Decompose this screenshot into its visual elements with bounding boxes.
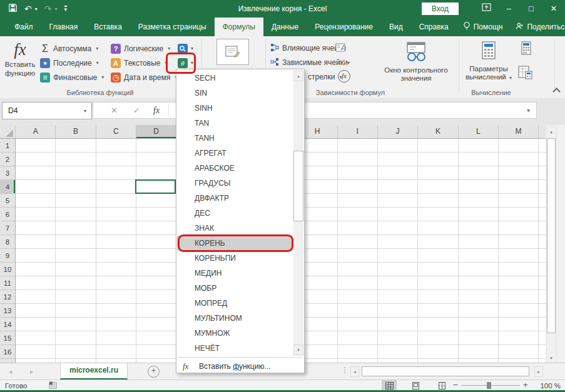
minimize-button[interactable]: – <box>497 0 520 18</box>
calculation-options-button[interactable]: Параметры вычислений ▾ <box>463 39 514 89</box>
sheet-next-icon[interactable]: ▸ <box>30 363 34 379</box>
vertical-scrollbar[interactable]: ▴ ▾ <box>546 126 556 364</box>
redo-button[interactable]: ↷ <box>44 4 52 14</box>
menu-scroll-down-icon[interactable]: ▾ <box>293 344 303 355</box>
ribbon-display-options-icon[interactable] <box>475 0 497 18</box>
row-header[interactable]: 13 <box>0 304 15 318</box>
new-sheet-icon[interactable]: + <box>148 366 160 378</box>
menu-scroll-up-icon[interactable]: ▴ <box>293 71 303 81</box>
tab-share[interactable]: Поделиться <box>509 18 565 36</box>
row-header[interactable]: 5 <box>0 194 15 208</box>
insert-function-menu-item[interactable]: fx Вставить функцию... <box>176 359 304 374</box>
horizontal-scrollbar[interactable] <box>360 366 533 377</box>
calculate-sheet-button[interactable] <box>518 65 533 82</box>
redo-caret-icon[interactable]: ▾ <box>54 6 57 12</box>
menu-item[interactable]: МОБР <box>177 281 293 296</box>
evaluate-formula-button[interactable]: fx <box>338 70 350 83</box>
menu-item[interactable]: ДВФАКТР <box>177 191 293 206</box>
sheet-prev-icon[interactable]: ◂ <box>9 363 13 379</box>
maximize-button[interactable]: □ <box>520 0 542 18</box>
ribbon-tab[interactable]: Данные <box>263 18 307 36</box>
watch-window-button[interactable]: Окно контрольного значения <box>376 39 456 89</box>
financial-functions-button[interactable]: ≡ Финансовые ▾ <box>40 70 104 84</box>
menu-scrollbar[interactable]: ▴ ▾ <box>293 71 303 356</box>
tabstrip-splitter[interactable]: ⋮ <box>341 366 349 374</box>
ribbon-tab[interactable]: Справка <box>411 18 457 36</box>
expand-formula-bar-icon[interactable]: ▾ <box>527 103 530 118</box>
ribbon-tab[interactable]: Главная <box>41 18 86 36</box>
menu-item[interactable]: SIN <box>177 86 293 101</box>
zoom-level[interactable]: 100 % <box>531 381 561 391</box>
view-normal-button[interactable] <box>382 380 397 391</box>
insert-function-button[interactable]: fx Вставить функцию <box>2 39 38 89</box>
view-page-layout-button[interactable] <box>408 380 423 391</box>
row-header[interactable]: 14 <box>0 318 15 331</box>
scroll-right-icon[interactable]: ▸ <box>534 366 543 377</box>
row-header[interactable]: 15 <box>0 331 15 345</box>
macro-record-icon[interactable] <box>49 381 57 390</box>
customize-qat-icon[interactable]: ▾ <box>64 6 68 12</box>
zoom-out-icon[interactable]: − <box>453 380 458 390</box>
column-header[interactable]: K <box>418 125 458 138</box>
menu-item[interactable]: КОРЕНЬ <box>177 236 293 251</box>
row-header[interactable]: 16 <box>0 345 15 359</box>
menu-item[interactable]: МОПРЕД <box>177 296 293 311</box>
insert-function-icon[interactable]: fx <box>153 103 160 118</box>
scroll-left-icon[interactable]: ◂ <box>350 366 359 377</box>
select-all-corner[interactable] <box>0 125 16 138</box>
row-header[interactable]: 4 <box>0 180 15 194</box>
save-icon[interactable] <box>8 3 18 15</box>
collapse-ribbon-button[interactable] <box>553 88 559 93</box>
scroll-down-icon[interactable]: ▾ <box>547 353 556 363</box>
menu-item[interactable]: ДЕС <box>177 206 293 221</box>
row-header[interactable]: 8 <box>0 235 15 249</box>
row-header[interactable]: 7 <box>0 221 15 235</box>
vertical-scrollbar-thumb[interactable] <box>547 138 556 333</box>
column-header[interactable]: J <box>378 125 418 138</box>
ribbon-tab[interactable]: Рецензирование <box>307 18 381 36</box>
row-header[interactable]: 3 <box>0 166 15 180</box>
menu-item[interactable]: НЕЧЁТ <box>177 341 293 356</box>
sign-in-button[interactable]: Вход <box>422 3 459 15</box>
error-checking-button[interactable]: ✓ ! ▾ <box>336 56 350 69</box>
menu-item[interactable]: МУМНОЖ <box>177 326 293 341</box>
menu-item[interactable]: TANH <box>177 131 293 146</box>
menu-item[interactable]: SECH <box>177 71 293 86</box>
row-header[interactable]: 12 <box>0 290 15 304</box>
sheet-tab[interactable]: microexcel.ru <box>60 363 128 379</box>
ribbon-tab[interactable]: Вид <box>381 18 411 36</box>
ribbon-tab[interactable]: Файл <box>6 18 41 36</box>
menu-scrollbar-thumb[interactable] <box>293 151 303 221</box>
ribbon-tab[interactable]: Формулы <box>215 18 263 36</box>
row-header[interactable]: 9 <box>0 249 15 263</box>
menu-item[interactable]: АРАБСКОЕ <box>177 161 293 176</box>
cancel-icon[interactable]: ✕ <box>111 103 118 118</box>
row-header[interactable]: 11 <box>0 276 15 290</box>
menu-item[interactable]: КОРЕНЬПИ <box>177 251 293 266</box>
zoom-slider-thumb[interactable] <box>487 382 491 389</box>
row-header[interactable]: 6 <box>0 208 15 221</box>
row-header[interactable]: 1 <box>0 139 15 153</box>
show-formulas-button[interactable] <box>335 42 346 54</box>
horizontal-scrollbar-thumb[interactable] <box>362 366 529 376</box>
menu-item[interactable]: ГРАДУСЫ <box>177 176 293 191</box>
row-header[interactable]: 2 <box>0 153 15 166</box>
menu-item[interactable]: МЕДИН <box>177 266 293 281</box>
remove-arrows-button[interactable]: стрелки ▾ <box>308 71 342 83</box>
tab-assistant[interactable]: Помощн <box>457 18 509 36</box>
column-header[interactable]: D <box>136 125 176 138</box>
column-header[interactable]: B <box>56 125 96 138</box>
ribbon-tab[interactable]: Разметка страницы <box>130 18 215 36</box>
view-page-break-button[interactable] <box>434 380 449 391</box>
menu-item[interactable]: TAN <box>177 116 293 131</box>
undo-caret-icon[interactable]: ▾ <box>35 6 38 12</box>
formula-bar[interactable]: ✕ ✓ fx ▾ <box>93 102 537 119</box>
undo-button[interactable]: ↶ <box>24 4 32 14</box>
selected-cell-d4[interactable] <box>135 179 176 194</box>
scroll-up-icon[interactable]: ▴ <box>547 127 556 137</box>
enter-icon[interactable]: ✓ <box>133 103 140 118</box>
chevron-down-icon[interactable]: ▾ <box>84 103 86 119</box>
column-header[interactable]: I <box>338 125 378 138</box>
menu-item[interactable]: МУЛЬТИНОМ <box>177 311 293 326</box>
column-header[interactable]: C <box>96 125 136 138</box>
